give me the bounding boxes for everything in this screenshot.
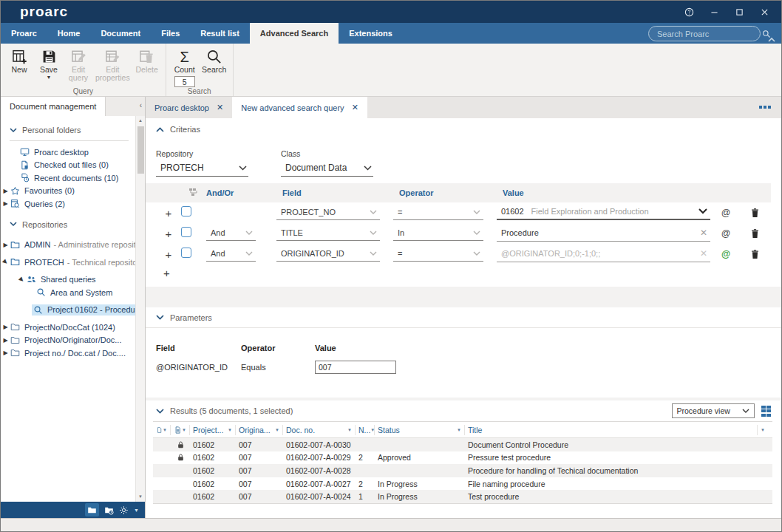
count-button[interactable]: Σ Count 5	[172, 47, 197, 87]
tree-item-protech-repository[interactable]: ▶ PROTECH - Technical repositor...	[1, 256, 145, 269]
collapse-ribbon-button[interactable]	[768, 33, 775, 46]
value-dropdown[interactable]: 01602 Field Exploration and Production	[497, 205, 710, 220]
tree-item-recent-documents[interactable]: Recent documents (10)	[1, 171, 145, 185]
tree-item-shared-queries[interactable]: ▶ Shared queries	[1, 273, 145, 287]
parameter-toggle-button[interactable]: @	[713, 228, 738, 239]
folders-view-button[interactable]	[85, 503, 99, 516]
add-criteria-button[interactable]: +	[156, 208, 181, 219]
expand-arrow-icon[interactable]: ▶	[1, 324, 10, 330]
edit-properties-button[interactable]: Edit properties	[95, 47, 130, 82]
result-row[interactable]: 01602 007 01602-007-A-0030 Document Cont…	[153, 438, 772, 451]
expand-arrow-icon[interactable]: ▶	[1, 337, 10, 344]
settings-gear-icon[interactable]	[119, 505, 129, 515]
parameter-toggle-button[interactable]: @	[713, 208, 738, 218]
col-status[interactable]: Status▼	[375, 425, 465, 435]
grid-view-icon[interactable]	[761, 406, 772, 417]
tree-section-personal-folders[interactable]: Personal folders	[1, 123, 145, 137]
tree-item-checked-out-files[interactable]: Checked out files (0)	[1, 159, 145, 172]
tree-item-projectno-originator[interactable]: ▶ ProjectNo/Originator/Doc...	[1, 334, 145, 347]
scrollbar-up-arrow[interactable]: ▲	[138, 116, 143, 126]
tree-item-favourites[interactable]: ▶ Favourites (0)	[1, 185, 145, 198]
parameter-toggle-button[interactable]: @	[713, 249, 738, 259]
result-row[interactable]: 01602 007 01602-007-A-0024 1 In Progress…	[153, 490, 772, 503]
andor-dropdown[interactable]: And	[206, 248, 256, 262]
tree-item-queries[interactable]: ▶ Queries (2)	[1, 197, 145, 211]
scrollbar-thumb[interactable]	[137, 126, 144, 174]
tree-item-admin-repository[interactable]: ▶ ADMIN - Administrative reposit...	[1, 239, 145, 252]
col-n[interactable]: N...▼	[356, 425, 375, 435]
collapse-sidebar-button[interactable]: ‹	[140, 101, 142, 109]
expand-arrow-icon[interactable]: ▶	[1, 242, 10, 248]
col-file-filter[interactable]: ▼	[171, 425, 190, 435]
andor-dropdown[interactable]: And	[206, 227, 256, 241]
repository-select[interactable]: PROTECH	[156, 161, 248, 177]
add-criteria-button[interactable]: +	[156, 228, 181, 239]
edit-query-button[interactable]: Edit query	[66, 47, 91, 82]
close-tab-icon[interactable]: ✕	[217, 103, 223, 112]
ribbon-tab-home[interactable]: Home	[47, 23, 91, 44]
sidebar-scrollbar[interactable]: ▲ ▼	[135, 116, 145, 502]
scrollbar-down-arrow[interactable]: ▼	[138, 492, 143, 502]
expand-arrow-icon[interactable]: ▶	[1, 200, 10, 207]
col-project[interactable]: Project...▼	[190, 425, 236, 435]
view-select[interactable]: Procedure view	[672, 403, 755, 418]
value-input[interactable]: @ORIGINATOR_ID;0;-1;0;; ✕	[497, 247, 710, 262]
clear-value-icon[interactable]: ✕	[700, 228, 707, 238]
expand-arrow-icon[interactable]: ▶	[1, 349, 10, 356]
run-search-button[interactable]: Search	[202, 47, 227, 74]
chevron-down-icon[interactable]	[698, 207, 707, 216]
maximize-button[interactable]	[730, 4, 749, 20]
col-title-filter[interactable]: ▼	[758, 425, 772, 435]
col-originator[interactable]: Origina...▼	[236, 425, 283, 435]
delete-criteria-button[interactable]	[738, 228, 771, 239]
help-button[interactable]	[679, 4, 698, 20]
doc-tab-proarc-desktop[interactable]: Proarc desktop ✕	[146, 97, 232, 118]
criteria-checkbox[interactable]	[181, 227, 191, 237]
criterias-section-header[interactable]: Criterias	[146, 118, 781, 140]
field-dropdown[interactable]: TITLE	[276, 227, 380, 241]
field-dropdown[interactable]: PROJECT_NO	[276, 206, 380, 220]
operator-dropdown[interactable]: =	[393, 206, 483, 220]
add-criteria-button[interactable]: +	[156, 249, 181, 260]
minimize-button[interactable]	[704, 4, 724, 20]
tree-item-projectno-doccat-doc[interactable]: ▶ Project no./ Doc.cat / Doc....	[1, 347, 145, 360]
tree-item-proarc-desktop[interactable]: Proarc desktop	[1, 146, 145, 159]
delete-query-button[interactable]: Delete	[135, 47, 160, 74]
tree-item-projectno-doccat[interactable]: ▶ ProjectNo/DocCat (1024)	[1, 321, 145, 334]
ribbon-tab-extensions[interactable]: Extensions	[339, 23, 403, 44]
new-query-button[interactable]: New	[7, 47, 32, 74]
results-header-toggle[interactable]: Results (5 documents, 1 selected)	[156, 406, 293, 415]
add-criteria-button[interactable]: +	[163, 267, 170, 279]
sidebar-tab-document-management[interactable]: Document management	[1, 97, 106, 116]
parameters-section-header[interactable]: Parameters	[146, 307, 781, 328]
expand-arrow-icon[interactable]: ▶	[1, 188, 10, 194]
ribbon-tab-files[interactable]: Files	[151, 23, 190, 44]
ribbon-tab-advanced-search[interactable]: Advanced Search	[250, 23, 339, 44]
global-search-box[interactable]	[648, 26, 761, 41]
bottom-bar-caret-icon[interactable]: ▼	[134, 508, 139, 513]
close-tab-icon[interactable]: ✕	[352, 103, 358, 112]
delete-criteria-button[interactable]	[738, 207, 771, 219]
result-row[interactable]: 01602 007 01602-007-A-0027 2 In Progress…	[153, 477, 772, 491]
col-title[interactable]: Title	[465, 425, 758, 435]
search-input[interactable]	[649, 30, 762, 38]
field-dropdown[interactable]: ORIGINATOR_ID	[276, 248, 380, 262]
col-copy-filter[interactable]: ▼	[153, 425, 171, 435]
delete-criteria-button[interactable]	[738, 248, 771, 260]
operator-dropdown[interactable]: =	[393, 248, 483, 262]
tree-item-project-01602-query[interactable]: Project 01602 - Procedur...	[1, 304, 145, 317]
criteria-checkbox[interactable]	[181, 206, 191, 216]
clear-value-icon[interactable]: ✕	[700, 248, 707, 259]
recent-folders-icon[interactable]	[104, 505, 114, 515]
result-row[interactable]: 01602 007 01602-007-A-0028 Procedure for…	[153, 464, 772, 477]
tree-item-area-and-system[interactable]: Area and System	[1, 286, 145, 299]
ribbon-tab-result-list[interactable]: Result list	[190, 23, 250, 44]
doc-tab-new-advanced-search[interactable]: New advanced search query ✕	[232, 97, 367, 118]
col-docno[interactable]: Doc. no.▼	[283, 425, 356, 435]
criteria-checkbox[interactable]	[181, 248, 191, 258]
class-select[interactable]: Document Data	[281, 161, 373, 177]
close-button[interactable]	[755, 4, 774, 20]
operator-dropdown[interactable]: In	[393, 227, 483, 241]
ribbon-tab-document[interactable]: Document	[90, 23, 151, 44]
save-query-button[interactable]: Save ▼	[36, 47, 61, 80]
